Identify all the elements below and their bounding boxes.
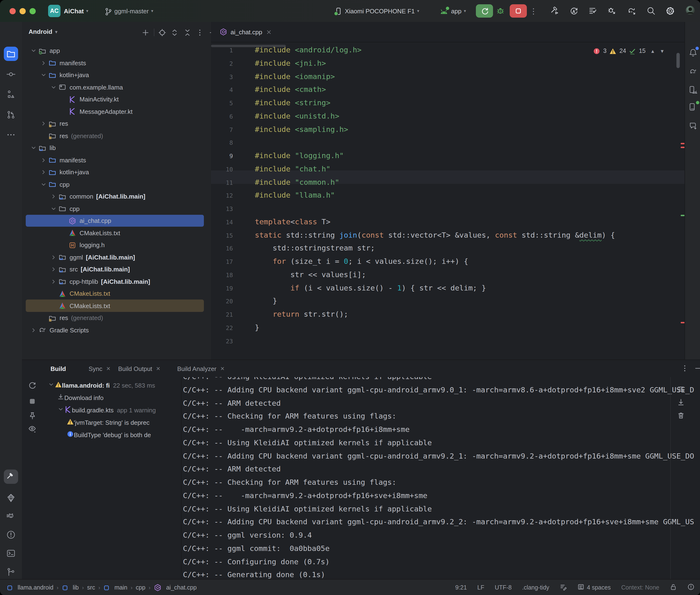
line-number[interactable]: 5 (229, 97, 233, 110)
chevron-right-icon[interactable] (39, 120, 47, 128)
soft-wrap-icon[interactable] (677, 385, 685, 393)
status-item-context-none[interactable]: Context: None (621, 584, 659, 591)
error-stripe-mark[interactable] (681, 143, 684, 144)
build-hammer-run-icon[interactable] (550, 6, 560, 16)
chevron-down-icon[interactable] (30, 144, 37, 152)
hide-panel-icon[interactable] (694, 364, 700, 372)
line-number[interactable]: 12 (226, 189, 233, 203)
breadcrumb-item-ai-chat-cpp[interactable]: ai_chat.cpp (154, 584, 197, 591)
gradle-icon[interactable] (686, 64, 700, 79)
select-opened-file-icon[interactable] (158, 28, 166, 37)
branch-selector[interactable]: ggml-master ▾ (104, 0, 153, 22)
project-tree-item-common[interactable]: common[AiChat.lib.main] (22, 191, 211, 203)
status-item-code-style[interactable] (560, 583, 567, 592)
close-window-button[interactable] (9, 8, 16, 14)
prev-problem-icon[interactable]: ▲ (650, 48, 655, 54)
pin-icon[interactable] (28, 412, 38, 421)
expand-all-icon[interactable] (170, 28, 179, 37)
chevron-right-icon[interactable] (30, 326, 37, 334)
line-number[interactable]: 3 (229, 70, 233, 84)
line-number[interactable]: 23 (226, 335, 233, 348)
project-view-selector[interactable]: Android ▾ (29, 28, 57, 35)
project-tree-item-app[interactable]: app (22, 45, 211, 57)
device-manager-icon[interactable] (686, 83, 700, 97)
error-stripe-mark[interactable] (681, 322, 684, 323)
build-tab-sync[interactable]: Sync✕ (89, 360, 111, 377)
sync-icon[interactable] (28, 382, 38, 391)
stop-button[interactable] (510, 4, 527, 18)
close-icon[interactable]: ✕ (156, 366, 160, 372)
project-tree-item-com-example-llama[interactable]: com.example.llama (22, 81, 211, 93)
line-number[interactable]: 1 (229, 44, 233, 57)
profiler-icon[interactable] (588, 6, 598, 16)
more-horizontal-icon[interactable] (4, 128, 18, 142)
zoom-window-button[interactable] (30, 8, 36, 14)
line-number[interactable]: 8 (229, 136, 233, 150)
build-tree-item[interactable]: BuildType 'debug' is both de (44, 429, 181, 441)
running-devices-icon[interactable] (686, 100, 700, 114)
device-selector[interactable]: Xiaomi POCOPHONE F1 ▾ (334, 0, 419, 22)
line-number[interactable]: 9 (229, 149, 233, 163)
chevron-down-icon[interactable] (39, 71, 47, 79)
line-number[interactable]: 16 (226, 242, 233, 255)
project-tree-item-cmakelists-txt[interactable]: CMakeLists.txt (22, 227, 211, 239)
line-number[interactable]: 15 (226, 229, 233, 242)
run-config-selector[interactable]: app ▾ (439, 0, 466, 22)
project-tree-item-messageadapter-kt[interactable]: MessageAdapter.kt (22, 106, 211, 118)
more-run-options-button[interactable]: ⋮ (529, 6, 538, 16)
line-number[interactable]: 4 (229, 84, 233, 97)
chevron-down-icon[interactable] (48, 381, 55, 390)
editor-area[interactable]: ai_chat.cpp 1234567891011121314151617181… (211, 22, 684, 360)
logcat-cat-icon[interactable] (4, 510, 18, 524)
project-tree-item-cmakelists-txt[interactable]: CMakeLists.txt (22, 288, 211, 300)
project-tree-item-mainactivity-kt[interactable]: MainActivity.kt (22, 93, 211, 106)
line-number[interactable]: 7 (229, 123, 233, 136)
breadcrumb-item-llama-android[interactable]: llama.android (7, 584, 53, 591)
project-tree-item-kotlin-java[interactable]: kotlin+java (22, 166, 211, 178)
line-number[interactable]: 20 (226, 295, 233, 308)
project-tree-item-cpp[interactable]: cpp (22, 203, 211, 215)
chevron-right-icon[interactable] (50, 193, 57, 200)
project-tree-item-cmakelists-txt[interactable]: CMakeLists.txt (22, 300, 211, 312)
build-tree-item[interactable]: 'jvmTarget: String' is deprec (44, 416, 181, 429)
editor-scrollbar[interactable] (676, 53, 680, 68)
debug-button[interactable] (496, 6, 505, 15)
project-tree-item-ai-chat-cpp[interactable]: ai_chat.cpp (22, 215, 211, 227)
project-tree-item-cpp[interactable]: cpp (22, 178, 211, 191)
breadcrumb-item-cpp[interactable]: cpp (136, 584, 145, 591)
avatar-icon[interactable] (685, 5, 695, 15)
build-tree-item[interactable]: Download info (44, 391, 181, 404)
project-tree-item-logging-h[interactable]: logging.h (22, 239, 211, 251)
build-tree-item[interactable]: build.gradle.ktsapp 1 warning (44, 404, 181, 416)
build-console[interactable]: C/C++: -- Using KleidiAI optimized kerne… (181, 377, 700, 579)
filter-eye-icon[interactable] (28, 425, 38, 434)
version-control-icon[interactable] (4, 565, 18, 579)
close-icon[interactable]: ✕ (106, 366, 111, 372)
change-stripe-mark[interactable] (681, 215, 684, 216)
pull-requests-icon[interactable] (4, 108, 18, 122)
cmake-diamond-icon[interactable] (4, 491, 18, 505)
problems-icon[interactable] (4, 528, 18, 542)
status-item-error-circle[interactable] (688, 583, 695, 592)
inspections-widget[interactable]: 3 24 15 ▲ ▼ (593, 46, 665, 56)
chevron-right-icon[interactable] (50, 265, 57, 273)
status-item-9-21[interactable]: 9:21 (455, 584, 467, 591)
line-number[interactable]: 10 (226, 163, 233, 176)
line-number[interactable]: 21 (226, 308, 233, 321)
gradle-sync-icon[interactable] (627, 6, 636, 16)
project-tree-item-kotlin-java[interactable]: kotlin+java (22, 69, 211, 81)
status-item-4-spaces[interactable]: 4 spaces (577, 583, 611, 592)
error-stripe-mark[interactable] (681, 147, 684, 148)
project-tree-item-gradle-scripts[interactable]: Gradle Scripts (22, 324, 211, 336)
status-item-lf[interactable]: LF (477, 584, 484, 591)
project-tree-item-lib[interactable]: lib (22, 142, 211, 154)
structure-icon[interactable] (4, 87, 18, 102)
chevron-right-icon[interactable] (39, 168, 47, 176)
search-icon[interactable] (646, 6, 656, 16)
line-number[interactable]: 18 (226, 268, 233, 282)
chevron-right-icon[interactable] (39, 156, 47, 164)
apply-changes-icon[interactable] (569, 6, 579, 16)
project-tree-item-res[interactable]: res(generated) (22, 130, 211, 142)
rerun-button[interactable] (476, 4, 493, 18)
clear-all-icon[interactable] (677, 412, 685, 420)
